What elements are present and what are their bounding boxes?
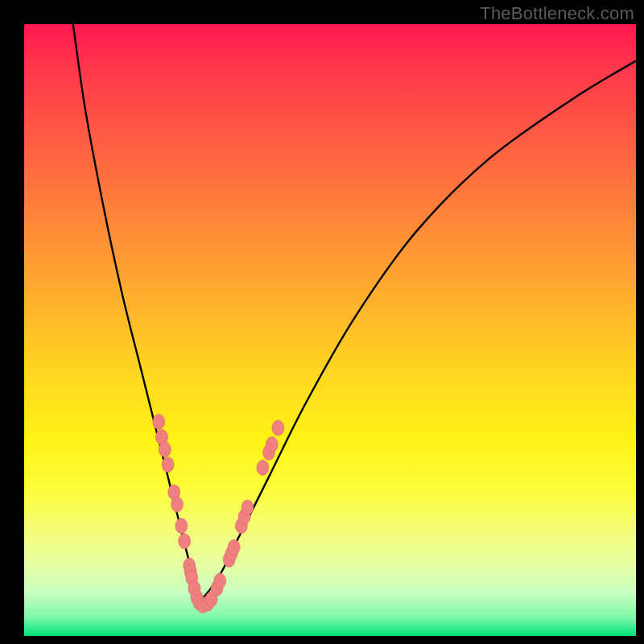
data-marker	[242, 500, 254, 515]
data-marker	[171, 497, 184, 512]
chart-frame: TheBottleneck.com	[0, 0, 644, 644]
curve-svg	[24, 24, 636, 636]
data-marker	[266, 437, 278, 452]
data-marker	[179, 534, 191, 549]
watermark-text: TheBottleneck.com	[480, 3, 634, 24]
data-marker	[214, 573, 226, 588]
data-marker	[175, 518, 188, 534]
data-marker	[153, 415, 165, 430]
data-marker	[228, 539, 240, 555]
data-marker	[272, 420, 284, 436]
curve-markers	[153, 415, 284, 613]
plot-area	[24, 24, 636, 636]
data-marker	[162, 457, 174, 473]
data-marker	[159, 442, 171, 457]
bottleneck-curve	[73, 24, 636, 602]
data-marker	[257, 460, 269, 476]
